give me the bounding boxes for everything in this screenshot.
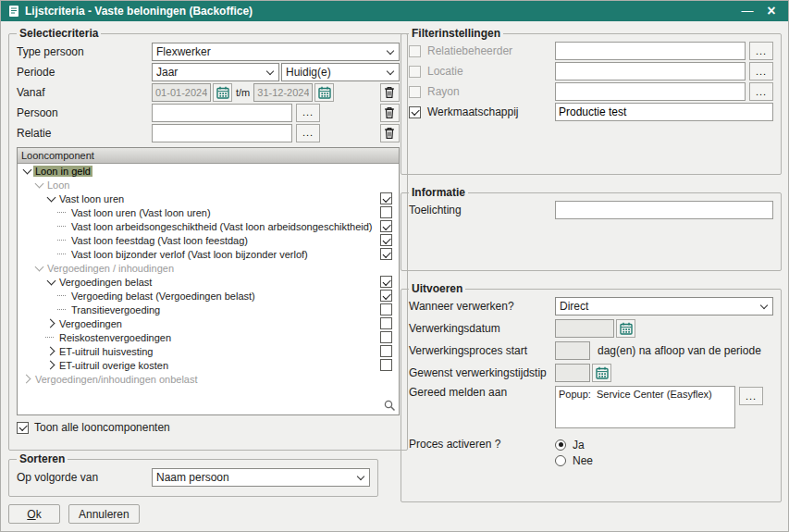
vanaf-tm-input[interactable] [253,83,313,102]
filter-checkbox[interactable] [409,66,421,78]
tree-row[interactable]: Vergoedingen belast [18,275,399,289]
list-document-icon [8,5,19,18]
tree-row[interactable]: Vergoedingen / inhoudingen [18,261,399,275]
toon-alle-looncomponenten-checkbox[interactable]: Toon alle looncomponenten [17,421,400,434]
tree-row[interactable]: Vergoedingen [18,316,399,330]
vanaf-van-input[interactable] [152,83,211,102]
persoon-clear-button[interactable] [380,104,400,122]
periode-huidig-select[interactable]: Huidig(e) [281,63,400,81]
tree-row[interactable]: Vergoedingen/inhoudingen onbelast [18,372,399,386]
periode-select[interactable]: Jaar [152,63,279,81]
tree-row[interactable]: Loon in geld [18,164,399,178]
tree-row-label: Vergoedingen/inhoudingen onbelast [33,374,200,385]
calendar-icon [318,86,331,99]
looncomponent-tree-rows: Loon in geld Loon Vast loon uren Vast lo… [18,164,399,386]
filter-checkbox[interactable] [409,86,421,98]
tree-row-checkbox[interactable] [380,192,392,204]
search-icon [384,400,396,412]
verwerkingsdatum-calendar-button[interactable] [616,319,635,338]
tree-toggle-icon[interactable] [57,248,69,260]
gereed-melden-lookup-button[interactable]: ... [739,387,763,405]
tree-toggle-icon[interactable] [57,234,69,246]
relatie-lookup-button[interactable]: ... [296,124,320,142]
tree-row-checkbox[interactable] [380,290,392,302]
filter-input[interactable] [555,82,746,101]
gewenst-tijdstip-input[interactable] [555,364,590,382]
relatie-input[interactable] [152,124,292,142]
tree-row-checkbox[interactable] [380,206,392,218]
verwerkingsdatum-label: Verwerkingsdatum [409,322,555,335]
tree-toggle-icon[interactable] [33,262,45,274]
filter-checkbox[interactable] [409,106,421,118]
wanneer-verwerken-select[interactable]: Direct [555,297,773,315]
tree-row[interactable]: Vast loon uren [18,192,399,205]
tree-toggle-icon[interactable] [45,276,57,288]
tree-row[interactable]: Reiskostenvergoedingen [18,330,399,344]
tree-toggle-icon[interactable] [57,303,69,315]
tree-row[interactable]: Vast loon uren (Vast loon uren) [18,205,399,219]
filter-input[interactable] [555,42,746,60]
tree-row-checkbox[interactable] [380,220,392,232]
filter-input[interactable] [555,62,746,80]
vanaf-tm-calendar-button[interactable] [314,83,334,102]
toon-alle-label: Toon alle looncomponenten [34,421,170,434]
filter-lookup-button[interactable]: ... [749,42,773,60]
tree-toggle-icon[interactable] [21,373,33,385]
tree-toggle-icon[interactable] [57,290,69,302]
tree-row-checkbox[interactable] [380,317,392,329]
tree-row[interactable]: Transitievergoeding [18,303,399,316]
tree-search-button[interactable] [384,400,396,412]
tree-row[interactable]: ET-uitruil overige kosten [18,358,399,372]
tree-row[interactable]: Vergoeding belast (Vergoedingen belast) [18,289,399,303]
op-volgorde-value: Naam persoon [156,471,353,484]
ok-button[interactable]: Ok [8,504,60,524]
vanaf-van-calendar-button[interactable] [213,83,232,102]
tree-toggle-icon[interactable] [45,192,57,204]
close-button[interactable]: × [762,2,781,20]
filter-lookup-button[interactable]: ... [749,82,773,101]
minimize-button[interactable]: — [738,2,757,20]
tree-toggle-icon[interactable] [45,359,57,371]
tree-toggle-icon[interactable] [45,345,57,357]
vanaf-clear-button[interactable] [380,83,400,102]
tree-toggle-icon[interactable] [33,179,45,191]
tree-toggle-icon[interactable] [57,206,69,218]
tree-row[interactable]: Vast loon arbeidsongeschiktheid (Vast lo… [18,219,399,233]
tree-toggle-icon[interactable] [21,165,33,177]
verwerkingsdatum-input[interactable] [555,319,614,338]
verwerkingsproces-start-input[interactable] [555,341,590,360]
window-title: Lijstcriteria - Vaste beloningen (Backof… [25,5,733,18]
persoon-input[interactable] [152,104,292,122]
tree-row[interactable]: Vast loon bijzonder verlof (Vast loon bi… [18,247,399,261]
tree-toggle-icon[interactable] [45,317,57,329]
filter-lookup-button[interactable]: ... [749,62,773,80]
tree-row[interactable]: ET-uitruil huisvesting [18,344,399,358]
gewenst-tijdstip-calendar-button[interactable] [592,364,611,382]
proces-activeren-radio[interactable]: Nee [555,453,593,467]
trash-icon [384,106,395,119]
tree-row-checkbox[interactable] [380,276,392,288]
tree-row-checkbox[interactable] [380,359,392,371]
tree-toggle-icon[interactable] [57,220,69,232]
tree-toggle-icon[interactable] [45,331,57,343]
op-volgorde-select[interactable]: Naam persoon [152,468,370,487]
tree-row[interactable]: Loon [18,178,399,192]
type-persoon-select[interactable]: Flexwerker [152,43,400,61]
gereed-melden-value[interactable]: Popup: Service Center (Easyflex) [555,386,735,428]
relatie-clear-button[interactable] [380,124,400,142]
tree-row-label: Vast loon bijzonder verlof (Vast loon bi… [69,249,310,260]
annuleren-button[interactable]: Annuleren [68,504,140,524]
filter-checkbox[interactable] [409,45,421,57]
tree-row-checkbox[interactable] [380,234,392,246]
periode-row: Periode Jaar Huidig(e) [17,62,400,81]
tree-row-checkbox[interactable] [380,248,392,260]
filter-input[interactable] [555,103,773,121]
tree-row-checkbox[interactable] [380,345,392,357]
tree-row-checkbox[interactable] [380,303,392,315]
tree-row-label: Loon [45,179,71,191]
proces-activeren-radio[interactable]: Ja [555,438,593,452]
tree-row[interactable]: Vast loon feestdag (Vast loon feestdag) [18,233,399,247]
persoon-lookup-button[interactable]: ... [296,104,320,122]
tree-row-checkbox[interactable] [380,331,392,343]
toelichting-input[interactable] [555,201,773,219]
